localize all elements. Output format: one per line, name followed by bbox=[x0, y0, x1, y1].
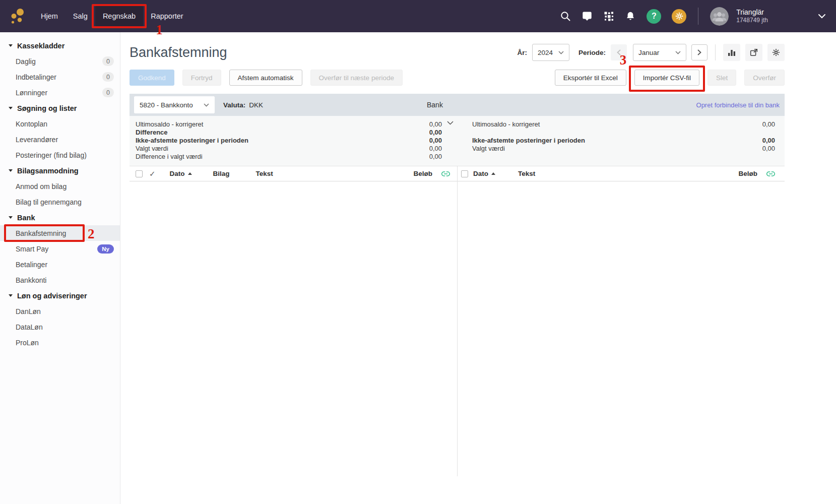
summary-panel: Ultimosaldo - korrigeret0,00Difference0,… bbox=[130, 116, 785, 166]
eksport-r-til-excel-button[interactable]: Eksportér til Excel bbox=[555, 70, 626, 86]
user-menu-chevron-icon[interactable] bbox=[818, 14, 826, 19]
help-icon: ? bbox=[652, 12, 657, 21]
search-icon[interactable] bbox=[560, 11, 571, 22]
nav-item-salg[interactable]: Salg bbox=[66, 6, 95, 26]
collapse-chevron-icon[interactable] bbox=[447, 121, 454, 125]
summary-value: 0,00 bbox=[429, 129, 442, 137]
afstem-automatisk-button[interactable]: Afstem automatisk bbox=[229, 70, 302, 86]
summary-left: Ultimosaldo - korrigeret0,00Difference0,… bbox=[130, 120, 457, 161]
overf-r-button[interactable]: Overfør bbox=[744, 70, 785, 86]
sidebar-section-s-gning-og-lister[interactable]: Søgning og lister bbox=[0, 100, 120, 116]
sidebar-section-bilagsanmodning[interactable]: Bilagsanmodning bbox=[0, 163, 120, 178]
year-value: 2024 bbox=[538, 49, 553, 56]
table-header-right: Dato Tekst Beløb bbox=[457, 166, 785, 181]
sidebar-item-betalinger[interactable]: Betalinger bbox=[0, 257, 120, 272]
sidebar-item-indbetalinger[interactable]: Indbetalinger0 bbox=[0, 69, 120, 85]
chart-view-button[interactable] bbox=[723, 44, 740, 61]
app-logo-icon[interactable] bbox=[9, 8, 26, 25]
sidebar-item-smart-pay[interactable]: Smart PayNy bbox=[0, 241, 120, 257]
account-select[interactable]: 5820 - Bankkonto bbox=[134, 96, 215, 113]
sidebar-section-bank[interactable]: Bank bbox=[0, 210, 120, 225]
nav-item-regnskab[interactable]: Regnskab1 bbox=[95, 6, 143, 26]
summary-row: Valgt værdi0,00 bbox=[472, 145, 775, 153]
slet-button[interactable]: Slet bbox=[708, 70, 736, 86]
overf-r-til-n-ste-periode-button[interactable]: Overfør til næste periode bbox=[310, 70, 403, 86]
period-value: Januar bbox=[638, 49, 659, 56]
topbar-actions: ? Trianglär 1748749 jth bbox=[560, 7, 826, 26]
nav-item-rapporter[interactable]: Rapporter bbox=[143, 6, 190, 26]
open-external-button[interactable] bbox=[745, 44, 762, 61]
avatar[interactable] bbox=[710, 7, 729, 26]
sidebar-item-prol-n[interactable]: ProLøn bbox=[0, 335, 120, 350]
help-button[interactable]: ? bbox=[647, 9, 661, 24]
user-id: 1748749 jth bbox=[736, 17, 768, 24]
nav-item-label: Rapporter bbox=[151, 12, 183, 20]
user-block[interactable]: Trianglär 1748749 jth bbox=[736, 8, 768, 25]
sidebar: KassekladderDaglig0Indbetalinger0Lønning… bbox=[0, 32, 120, 504]
connect-bank-link[interactable]: Opret forbindelse til din bank bbox=[696, 101, 780, 109]
period-prev-button[interactable] bbox=[611, 44, 627, 60]
nav-item-hjem[interactable]: Hjem bbox=[33, 6, 66, 26]
sidebar-section-label: Løn og adviseringer bbox=[17, 292, 87, 300]
period-next-button[interactable] bbox=[691, 44, 708, 60]
settings-button[interactable] bbox=[672, 9, 686, 24]
main-content: Bankafstemning År: 2024 Periode: Januar bbox=[120, 32, 836, 504]
check-icon: ✓ bbox=[149, 169, 156, 178]
column-tekst[interactable]: Tekst bbox=[256, 170, 273, 177]
summary-value: 0,00 bbox=[429, 145, 442, 153]
sidebar-item-danl-n[interactable]: DanLøn bbox=[0, 303, 120, 319]
sidebar-section-label: Søgning og lister bbox=[17, 104, 77, 112]
godkend-button[interactable]: Godkend bbox=[130, 70, 174, 86]
select-all-checkbox[interactable] bbox=[136, 170, 143, 177]
reconciliation-panels: 5820 - Bankkonto Valuta: DKK Bank Opret … bbox=[130, 94, 785, 476]
sidebar-section-label: Bank bbox=[17, 214, 35, 222]
bell-icon[interactable] bbox=[625, 11, 636, 22]
summary-value: 0,00 bbox=[762, 145, 775, 153]
sidebar-section-label: Bilagsanmodning bbox=[17, 167, 79, 175]
sidebar-item-posteringer-find-bilag[interactable]: Posteringer (find bilag) bbox=[0, 147, 120, 163]
sidebar-item-leverand-rer[interactable]: Leverandører bbox=[0, 132, 120, 147]
sidebar-item-label: Kontoplan bbox=[16, 120, 47, 128]
sidebar-item-datal-n[interactable]: DataLøn bbox=[0, 319, 120, 335]
account-bar: 5820 - Bankkonto Valuta: DKK Bank Opret … bbox=[130, 94, 785, 116]
column-beloeb[interactable]: Beløb bbox=[413, 170, 432, 177]
summary-row: Difference i valgt værdi0,00 bbox=[136, 153, 442, 161]
year-select[interactable]: 2024 bbox=[532, 44, 569, 61]
sidebar-item-label: Lønninger bbox=[16, 89, 47, 97]
currency-label: Valuta: bbox=[223, 101, 245, 109]
sidebar-item-kontoplan[interactable]: Kontoplan bbox=[0, 116, 120, 132]
summary-label: Ikke-afstemte posteringer i perioden bbox=[136, 137, 248, 145]
column-label: Dato bbox=[170, 170, 185, 177]
import-r-csv-fil-button[interactable]: Importér CSV-fil bbox=[634, 70, 699, 86]
topbar-nav: HjemSalgRegnskab1Rapporter bbox=[33, 6, 191, 26]
summary-label: Ikke-afstemte posteringer i perioden bbox=[472, 137, 585, 145]
period-select[interactable]: Januar bbox=[633, 44, 686, 61]
sidebar-section-kassekladder[interactable]: Kassekladder bbox=[0, 38, 120, 53]
sidebar-item-bilag-til-gennemgang[interactable]: Bilag til gennemgang bbox=[0, 194, 120, 210]
sidebar-item-label: Anmod om bilag bbox=[16, 182, 67, 191]
sort-asc-icon bbox=[491, 172, 495, 175]
select-all-checkbox[interactable] bbox=[461, 170, 468, 177]
chevron-down-icon bbox=[9, 216, 13, 219]
count-badge: 0 bbox=[102, 56, 114, 66]
sidebar-item-bankkonti[interactable]: Bankkonti bbox=[0, 272, 120, 288]
column-dato[interactable]: Dato bbox=[473, 170, 495, 177]
sidebar-item-label: Daglig bbox=[16, 57, 36, 66]
sidebar-item-daglig[interactable]: Daglig0 bbox=[0, 53, 120, 69]
sidebar-item-bankafstemning[interactable]: Bankafstemning2 bbox=[0, 225, 120, 241]
page-settings-button[interactable] bbox=[767, 44, 785, 61]
inbox-icon[interactable] bbox=[582, 11, 593, 22]
sidebar-item-label: Bilag til gennemgang bbox=[16, 198, 82, 206]
column-dato[interactable]: Dato bbox=[170, 170, 192, 177]
sidebar-item-l-nninger[interactable]: Lønninger0 bbox=[0, 85, 120, 100]
summary-label: Ultimosaldo - korrigeret bbox=[472, 120, 540, 129]
apps-grid-icon[interactable] bbox=[603, 11, 614, 22]
sidebar-item-label: Posteringer (find bilag) bbox=[16, 151, 87, 159]
sidebar-section-l-n-og-adviseringer[interactable]: Løn og adviseringer bbox=[0, 288, 120, 303]
user-name: Trianglär bbox=[736, 8, 768, 17]
fortryd-button[interactable]: Fortryd bbox=[182, 70, 221, 86]
column-beloeb[interactable]: Beløb bbox=[738, 170, 757, 177]
column-tekst[interactable]: Tekst bbox=[518, 170, 535, 177]
column-bilag[interactable]: Bilag bbox=[213, 170, 230, 177]
sidebar-item-anmod-om-bilag[interactable]: Anmod om bilag bbox=[0, 178, 120, 194]
